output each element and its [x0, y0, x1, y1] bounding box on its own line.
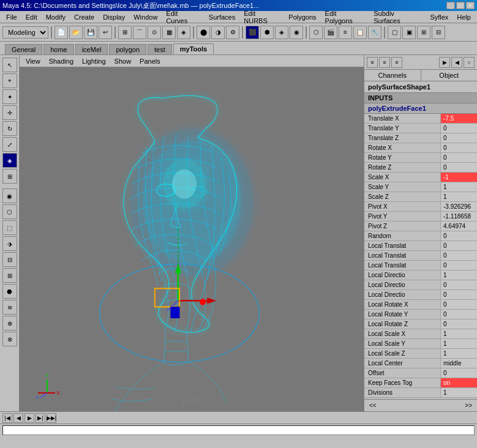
- render-view-btn[interactable]: 🎬: [324, 26, 337, 39]
- channel-translate-z[interactable]: Translate Z 0: [364, 133, 477, 143]
- menu-window[interactable]: Window: [130, 12, 161, 22]
- menu-modify[interactable]: Modify: [42, 12, 69, 22]
- tool-wrinkle[interactable]: ≋: [2, 300, 17, 315]
- status-input[interactable]: [2, 425, 475, 435]
- shape-name-header[interactable]: polySurfaceShape1: [364, 81, 477, 93]
- tab-mytools[interactable]: myTools: [173, 43, 214, 54]
- channel-rotate-z[interactable]: Rotate Z 0: [364, 163, 477, 173]
- channel-keep-faces-tog[interactable]: Keep Faces Tog on: [364, 378, 477, 388]
- subd-mode-btn[interactable]: ◉: [290, 26, 303, 39]
- tool-paint-select[interactable]: ✦: [2, 89, 17, 104]
- rp-btn-6[interactable]: ○: [464, 57, 475, 68]
- poly-mode-btn[interactable]: ⬢: [260, 26, 274, 39]
- layout-btn-4[interactable]: ⊟: [432, 26, 445, 39]
- tab-general[interactable]: General: [5, 44, 42, 54]
- channel-offset[interactable]: Offset 0: [364, 368, 477, 378]
- snap-live-btn[interactable]: ◈: [177, 26, 190, 39]
- tool-show-manip[interactable]: ⊞: [2, 169, 17, 184]
- menu-create[interactable]: Create: [70, 12, 98, 22]
- rp-btn-5[interactable]: ◀: [451, 57, 462, 68]
- vp-menu-view[interactable]: View: [22, 56, 44, 66]
- snap-view-btn[interactable]: ▦: [162, 26, 176, 39]
- tool-select[interactable]: ↖: [2, 58, 17, 72]
- snap-point-btn[interactable]: ⊙: [148, 26, 161, 39]
- vp-menu-lighting[interactable]: Lighting: [78, 56, 110, 66]
- channel-local-translat-1[interactable]: Local Translat 0: [364, 241, 477, 251]
- menu-edit-polygons[interactable]: Edit Polygons: [321, 9, 369, 26]
- tool-muscle[interactable]: ⊗: [2, 332, 17, 346]
- menu-subdiv-surfaces[interactable]: Subdiv Surfaces: [370, 9, 425, 26]
- vp-menu-shading[interactable]: Shading: [45, 56, 77, 66]
- channel-scale-x[interactable]: Scale X -1: [364, 173, 477, 182]
- channel-random[interactable]: Random 0: [364, 231, 477, 241]
- channel-local-scale-y[interactable]: Local Scale Y 1: [364, 339, 477, 349]
- timeline-play-btn[interactable]: ▶: [24, 413, 34, 423]
- menu-syflex[interactable]: Syflex: [426, 12, 452, 22]
- channel-local-directio-2[interactable]: Local Directio 0: [364, 280, 477, 290]
- tool-lattice[interactable]: ⊟: [2, 252, 17, 267]
- open-file-btn[interactable]: 📂: [69, 26, 83, 39]
- menu-display[interactable]: Display: [99, 12, 129, 22]
- tool-scale[interactable]: ⤢: [2, 137, 17, 152]
- channel-translate-x[interactable]: Translate X -7.5: [364, 114, 477, 124]
- channel-pivot-z[interactable]: Pivot Z 4.64974: [364, 222, 477, 231]
- undo-btn[interactable]: ↩: [99, 26, 112, 39]
- timeline-prev-btn[interactable]: ◀: [13, 413, 23, 423]
- timeline-start-btn[interactable]: |◀: [2, 413, 12, 423]
- tab-object[interactable]: Object: [421, 70, 478, 81]
- nurbs-mode-btn[interactable]: ◈: [275, 26, 288, 39]
- tool-rotate[interactable]: ↻: [2, 121, 17, 136]
- channel-local-translat-3[interactable]: Local Translat 0: [364, 261, 477, 271]
- channel-pivot-x[interactable]: Pivot X -3.926296: [364, 202, 477, 212]
- timeline-next-btn[interactable]: ▶|: [36, 413, 45, 423]
- tab-polygon[interactable]: polygon: [109, 44, 146, 54]
- nav-prev[interactable]: <<: [367, 402, 379, 409]
- channel-scale-z[interactable]: Scale Z 1: [364, 192, 477, 202]
- tool-soft-mod[interactable]: ◉: [2, 189, 17, 203]
- viewport[interactable]: persp Y X Z: [20, 67, 364, 411]
- channel-pivot-y[interactable]: Pivot Y -1.118658: [364, 212, 477, 222]
- channel-divisions[interactable]: Divisions 1: [364, 388, 477, 398]
- timeline-end-btn[interactable]: ▶▶|: [47, 413, 56, 423]
- snap-grid-btn[interactable]: ⊞: [118, 26, 132, 39]
- menu-edit-nurbs[interactable]: Edit NURBS: [240, 9, 284, 26]
- ipr-btn[interactable]: ◑: [211, 26, 225, 39]
- tool-sculpt[interactable]: ⬡: [2, 204, 17, 219]
- close-button[interactable]: ×: [466, 2, 475, 9]
- layout-btn-2[interactable]: ▣: [402, 26, 416, 39]
- tool-lasso[interactable]: ⌖: [2, 73, 17, 88]
- menu-edit-curves[interactable]: Edit Curves: [162, 9, 203, 26]
- tab-icemel[interactable]: iceMel: [75, 44, 108, 54]
- tool-jiggle[interactable]: ⊕: [2, 316, 17, 330]
- channel-local-center[interactable]: Local Center middle: [364, 359, 477, 368]
- menu-help[interactable]: Help: [453, 12, 475, 22]
- channel-local-rotate-x[interactable]: Local Rotate X 0: [364, 300, 477, 310]
- tool-cluster[interactable]: ⊞: [2, 268, 17, 283]
- channel-scale-y[interactable]: Scale Y 1: [364, 182, 477, 192]
- tab-home[interactable]: home: [43, 44, 74, 54]
- render-btn[interactable]: ⬤: [197, 26, 210, 39]
- tool-move[interactable]: ✛: [2, 105, 17, 120]
- tool-active[interactable]: ◈: [2, 153, 17, 168]
- select-mode-btn[interactable]: ⬛: [246, 26, 259, 39]
- channel-rotate-y[interactable]: Rotate Y 0: [364, 153, 477, 163]
- menu-file[interactable]: File: [2, 12, 21, 22]
- channel-local-rotate-y[interactable]: Local Rotate Y 0: [364, 310, 477, 319]
- tab-channels[interactable]: Channels: [364, 70, 421, 81]
- vp-menu-panels[interactable]: Panels: [136, 56, 164, 66]
- snap-curve-btn[interactable]: ⌒: [133, 26, 146, 39]
- channel-local-translat-2[interactable]: Local Translat 0: [364, 251, 477, 261]
- rp-btn-3[interactable]: ≡: [391, 57, 402, 68]
- channel-translate-y[interactable]: Translate Y 0: [364, 124, 477, 133]
- rp-btn-2[interactable]: ≡: [379, 57, 390, 68]
- maximize-button[interactable]: □: [456, 2, 465, 9]
- minimize-button[interactable]: _: [446, 2, 455, 9]
- channel-rotate-x[interactable]: Rotate X 0: [364, 143, 477, 153]
- channel-local-rotate-z[interactable]: Local Rotate Z 0: [364, 319, 477, 329]
- menu-edit[interactable]: Edit: [22, 12, 41, 22]
- channel-local-directio-3[interactable]: Local Directio 0: [364, 290, 477, 300]
- menu-polygons[interactable]: Polygons: [285, 12, 320, 22]
- layout-btn-1[interactable]: ▢: [388, 26, 401, 39]
- node-poly-extrude[interactable]: polyExtrudeFace1: [364, 103, 477, 114]
- channel-local-directio-1[interactable]: Local Directio 1: [364, 271, 477, 280]
